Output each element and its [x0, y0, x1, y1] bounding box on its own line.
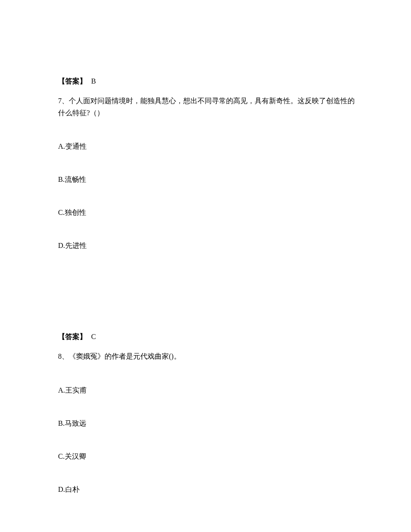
- question-7: 7、个人面对问题情境时，能独具慧心，想出不同寻常的高见，具有新奇性。这反映了创造…: [58, 95, 360, 251]
- option-c: C.独创性: [58, 207, 360, 218]
- option-d: D.先进性: [58, 240, 360, 251]
- question-8: 8、《窦娥冤》的作者是元代戏曲家()。 A.王实甫 B.马致远 C.关汉卿 D.…: [58, 350, 360, 494]
- option-a: A.王实甫: [58, 385, 360, 396]
- answer-block-prev: 【答案】 B: [58, 76, 360, 87]
- option-b: B.马致远: [58, 418, 360, 429]
- answer-label: 【答案】: [58, 333, 87, 340]
- answer-value: C: [91, 333, 96, 340]
- answer-block-7: 【答案】 C: [58, 331, 360, 342]
- answer-value: B: [91, 77, 96, 85]
- question-text: 8、《窦娥冤》的作者是元代戏曲家()。: [58, 350, 360, 362]
- question-text: 7、个人面对问题情境时，能独具慧心，想出不同寻常的高见，具有新奇性。这反映了创造…: [58, 95, 360, 119]
- option-c: C.关汉卿: [58, 451, 360, 462]
- document-content: 【答案】 B 7、个人面对问题情境时，能独具慧心，想出不同寻常的高见，具有新奇性…: [0, 0, 411, 495]
- option-b: B.流畅性: [58, 174, 360, 185]
- answer-label: 【答案】: [58, 77, 87, 85]
- option-a: A.变通性: [58, 141, 360, 152]
- option-d: D.白朴: [58, 484, 360, 495]
- spacer: [58, 273, 360, 331]
